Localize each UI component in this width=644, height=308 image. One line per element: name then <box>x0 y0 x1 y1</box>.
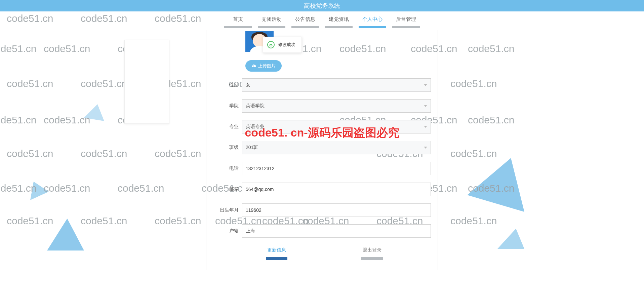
select-gender[interactable]: 女 <box>242 78 431 92</box>
toast-message: 修改成功 <box>278 42 295 48</box>
nav-item-4[interactable]: 个人中心 <box>359 16 386 28</box>
chevron-down-icon <box>424 105 427 107</box>
watermark-text: code51.cn <box>450 215 497 227</box>
upload-button-label: 上传图片 <box>258 63 276 69</box>
row-class: 班级 201班 <box>218 141 431 154</box>
nav-item-2[interactable]: 公告信息 <box>291 16 319 28</box>
chevron-down-icon <box>424 147 427 149</box>
input-phone-wrap <box>242 162 431 175</box>
watermark-text: code51.cn <box>44 43 90 54</box>
watermark-text: code51.cn <box>0 43 36 54</box>
watermark-text: code51.cn <box>450 148 497 159</box>
triangle-decor <box>467 158 524 212</box>
svg-marker-4 <box>497 229 524 249</box>
svg-marker-2 <box>47 219 84 251</box>
watermark-text: code51.cn <box>468 114 514 126</box>
watermark-text: code51.cn <box>155 215 201 227</box>
watermark-text: code51.cn <box>155 148 201 159</box>
watermark-text: code51.cn <box>118 183 164 194</box>
svg-marker-0 <box>84 104 104 121</box>
select-college[interactable]: 英语学院 <box>242 99 431 113</box>
select-major[interactable]: 英语专业 <box>242 120 431 133</box>
watermark-text: code51.cn <box>450 78 497 89</box>
value-college: 英语学院 <box>246 103 265 109</box>
row-phone: 电话 <box>218 162 431 175</box>
watermark-text: code51.cn <box>44 114 90 126</box>
label-major: 专业 <box>218 124 242 130</box>
svg-marker-3 <box>467 158 524 212</box>
nav-item-1[interactable]: 党团活动 <box>258 16 285 28</box>
input-phone[interactable] <box>246 166 427 171</box>
watermark-text: code51.cn <box>81 78 127 89</box>
nav-item-3[interactable]: 建党资讯 <box>325 16 353 28</box>
triangle-decor <box>497 229 524 252</box>
row-gender: 性别 女 <box>218 78 431 92</box>
watermark-text: code51.cn <box>44 183 90 194</box>
value-gender: 女 <box>246 82 250 88</box>
watermark-text: code51.cn <box>0 114 36 126</box>
logout-button[interactable]: 退出登录 <box>361 245 383 260</box>
input-email-wrap <box>242 183 431 196</box>
update-button[interactable]: 更新信息 <box>266 245 287 260</box>
label-class: 班级 <box>218 145 242 151</box>
input-birth[interactable] <box>246 207 427 213</box>
row-email: 邮箱 <box>218 183 431 196</box>
row-origin: 户籍 <box>218 224 431 238</box>
input-birth-wrap <box>242 203 431 217</box>
watermark-text: code51.cn <box>81 215 127 227</box>
success-toast: 修改成功 <box>263 37 302 53</box>
upload-image-button[interactable]: 上传图片 <box>245 60 282 72</box>
select-class[interactable]: 201班 <box>242 141 431 154</box>
triangle-decor <box>84 104 104 124</box>
input-email[interactable] <box>246 187 427 192</box>
watermark-text: code51.cn <box>7 215 53 227</box>
row-major: 专业 英语专业 <box>218 120 431 133</box>
watermark-text: code51.cn <box>7 78 53 89</box>
watermark-text: code51.cn <box>468 43 514 54</box>
value-major: 英语专业 <box>246 124 265 130</box>
main-nav: 首页党团活动公告信息建党资讯个人中心后台管理 <box>0 11 644 30</box>
label-phone: 电话 <box>218 165 242 171</box>
action-row: 更新信息 退出登录 <box>218 245 431 260</box>
cloud-upload-icon <box>251 64 256 68</box>
input-origin[interactable] <box>246 228 427 234</box>
profile-form-panel: 修改成功 上传图片 性别 女 学院 英语学院 专业 英语专业 班级 201班 <box>206 30 438 270</box>
svg-marker-1 <box>30 182 49 200</box>
chevron-down-icon <box>424 84 427 86</box>
triangle-decor <box>47 219 84 252</box>
label-gender: 性别 <box>218 82 242 88</box>
label-college: 学院 <box>218 103 242 109</box>
label-origin: 户籍 <box>218 228 242 234</box>
input-origin-wrap <box>242 224 431 238</box>
watermark-text: code51.cn <box>81 148 127 159</box>
value-class: 201班 <box>246 145 258 151</box>
row-birth: 出生年月 <box>218 203 431 217</box>
nav-item-5[interactable]: 后台管理 <box>392 16 420 28</box>
chevron-down-icon <box>424 126 427 128</box>
app-header: 高校党务系统 <box>0 0 644 11</box>
side-card <box>124 40 169 124</box>
triangle-decor <box>30 182 50 202</box>
nav-item-0[interactable]: 首页 <box>224 16 252 28</box>
label-birth: 出生年月 <box>218 207 242 213</box>
app-title: 高校党务系统 <box>304 2 340 9</box>
label-email: 邮箱 <box>218 186 242 192</box>
row-college: 学院 英语学院 <box>218 99 431 113</box>
watermark-text: code51.cn <box>7 148 53 159</box>
smile-icon <box>267 41 275 48</box>
